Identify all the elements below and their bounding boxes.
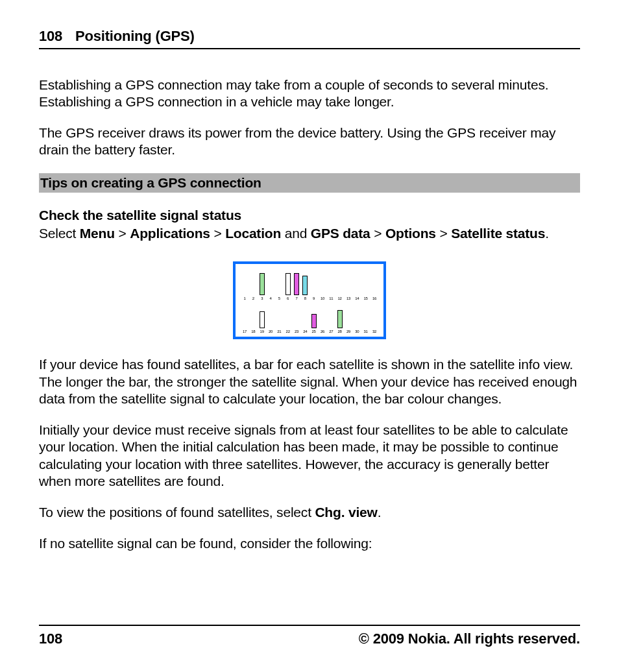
satellite-id-label: 19 — [260, 330, 264, 335]
satellite-slot: 26 — [319, 306, 326, 335]
satellite-id-label: 16 — [372, 296, 376, 302]
satellite-id-label: 6 — [287, 296, 289, 302]
satellite-slot: 21 — [275, 306, 283, 335]
satellite-id-label: 7 — [295, 296, 297, 302]
satellite-id-label: 1 — [243, 296, 245, 302]
satellite-slot: 7 — [293, 273, 300, 302]
para5-c: . — [378, 505, 382, 520]
satellite-id-label: 4 — [269, 296, 271, 302]
satellite-slot: 3 — [258, 273, 266, 302]
nav-sep3: > — [370, 226, 385, 241]
header-page-number: 108 — [39, 28, 62, 44]
satellite-slot: 19 — [258, 306, 266, 335]
satellite-slot: 25 — [310, 306, 318, 335]
satellite-slot: 30 — [353, 306, 361, 335]
satellite-bar — [260, 273, 265, 295]
satellite-id-label: 10 — [321, 296, 324, 302]
satellite-id-label: 15 — [364, 296, 368, 302]
satellite-slot: 18 — [249, 306, 257, 335]
satellite-slot: 8 — [301, 273, 309, 302]
satellite-slot: 24 — [301, 306, 309, 335]
satellite-id-label: 29 — [346, 330, 350, 335]
nav-menu: Menu — [80, 226, 115, 241]
satellite-id-label: 22 — [286, 330, 290, 335]
satellite-slot: 9 — [310, 273, 318, 302]
satellite-diagram-wrap: 1234567891011121314151617181920212223242… — [39, 261, 580, 339]
paragraph-gps-time: Establishing a GPS connection may take f… — [39, 77, 580, 111]
satellite-id-label: 30 — [355, 330, 359, 335]
nav-sep1: > — [115, 226, 130, 241]
satellite-slot: 17 — [241, 306, 249, 335]
satellite-id-label: 12 — [338, 296, 342, 302]
paragraph-bar-explain: If your device has found satellites, a b… — [39, 356, 580, 407]
para5-a: To view the positions of found satellite… — [39, 505, 315, 520]
satellite-id-label: 21 — [277, 330, 281, 335]
para5-chg-view: Chg. view — [315, 505, 377, 520]
satellite-id-label: 13 — [346, 296, 350, 302]
satellite-id-label: 23 — [295, 330, 298, 335]
satellite-slot: 4 — [267, 273, 274, 302]
satellite-id-label: 32 — [372, 330, 376, 335]
satellite-bar — [294, 273, 299, 295]
satellite-slot: 11 — [327, 273, 335, 302]
nav-satellite-status: Satellite status — [451, 226, 545, 241]
nav-applications: Applications — [130, 226, 210, 241]
satellite-slot: 27 — [327, 306, 335, 335]
satellite-bar — [285, 273, 291, 295]
satellite-slot: 15 — [362, 273, 370, 302]
satellite-id-label: 17 — [243, 330, 247, 335]
paragraph-four-satellites: Initially your device must receive signa… — [39, 422, 580, 490]
nav-gps-data: GPS data — [311, 226, 370, 241]
satellite-slot: 5 — [275, 273, 283, 302]
satellite-id-label: 14 — [355, 296, 359, 302]
satellite-slot: 6 — [284, 273, 292, 302]
satellite-slot: 16 — [370, 273, 378, 302]
satellite-id-label: 3 — [261, 296, 263, 302]
manual-page: 108 Positioning (GPS) Establishing a GPS… — [0, 0, 619, 672]
satellite-bar — [260, 311, 265, 328]
satellite-slot: 29 — [345, 306, 352, 335]
satellite-id-label: 2 — [252, 296, 254, 302]
footer-copyright: © 2009 Nokia. All rights reserved. — [359, 630, 580, 648]
satellite-slot: 10 — [319, 273, 326, 302]
satellite-row: 12345678910111213141516 — [241, 268, 378, 301]
nav-options: Options — [385, 226, 436, 241]
satellite-slot: 31 — [362, 306, 370, 335]
satellite-slot: 14 — [353, 273, 361, 302]
satellite-id-label: 11 — [329, 296, 333, 302]
satellite-bar — [311, 314, 317, 328]
page-footer: 108 © 2009 Nokia. All rights reserved. — [39, 625, 580, 648]
satellite-slot: 32 — [370, 306, 378, 335]
satellite-id-label: 25 — [312, 330, 316, 335]
header-section-title: Positioning (GPS) — [75, 28, 195, 44]
satellite-id-label: 18 — [251, 330, 255, 335]
satellite-slot: 28 — [336, 306, 344, 335]
satellite-id-label: 26 — [321, 330, 324, 335]
satellite-id-label: 24 — [303, 330, 307, 335]
paragraph-battery: The GPS receiver draws its power from th… — [39, 125, 580, 159]
nav-location: Location — [225, 226, 281, 241]
satellite-bar — [337, 310, 343, 328]
satellite-id-label: 28 — [338, 330, 342, 335]
satellite-slot: 23 — [293, 306, 300, 335]
satellite-bar — [302, 276, 308, 295]
paragraph-chg-view: To view the positions of found satellite… — [39, 504, 580, 521]
section-heading-bar: Tips on creating a GPS connection — [39, 173, 580, 193]
nav-sep4: > — [436, 226, 451, 241]
satellite-slot: 13 — [345, 273, 352, 302]
subheading-satellite-status: Check the satellite signal status — [39, 207, 580, 224]
running-header: 108 Positioning (GPS) — [39, 27, 580, 45]
satellite-id-label: 9 — [313, 296, 315, 302]
satellite-signal-diagram: 1234567891011121314151617181920212223242… — [233, 261, 386, 339]
footer-page-number: 108 — [39, 630, 62, 648]
nav-prefix: Select — [39, 226, 80, 241]
header-rule: 108 Positioning (GPS) — [39, 27, 580, 49]
satellite-slot: 22 — [284, 306, 292, 335]
satellite-slot: 20 — [267, 306, 274, 335]
satellite-slot: 1 — [241, 273, 249, 302]
navigation-path: Select Menu > Applications > Location an… — [39, 225, 580, 242]
nav-and: and — [281, 226, 311, 241]
nav-period: . — [545, 226, 549, 241]
satellite-id-label: 31 — [364, 330, 368, 335]
satellite-id-label: 8 — [304, 296, 306, 302]
